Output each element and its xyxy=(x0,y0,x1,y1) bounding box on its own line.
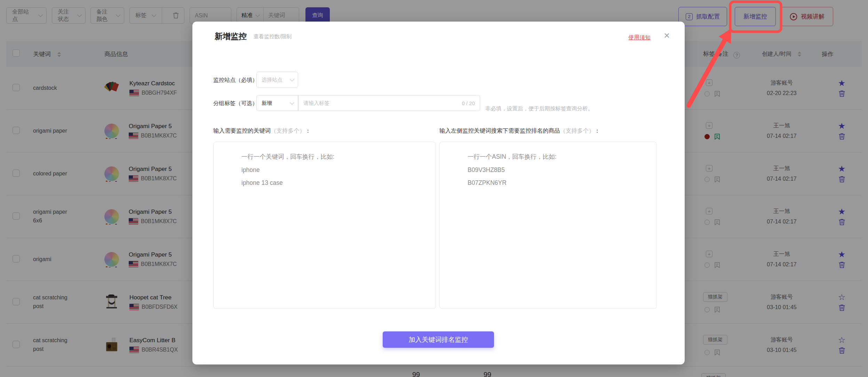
group-tag-select[interactable]: 新增 xyxy=(256,95,298,111)
asins-textarea[interactable] xyxy=(439,142,657,309)
group-field-label: 分组标签（可选）： xyxy=(213,100,263,107)
close-icon[interactable]: ✕ xyxy=(664,32,670,40)
tag-hint-text: 非必填，设置后，便于后期按标签查询分析。 xyxy=(485,105,593,112)
tag-input-placeholder: 请输入标签 xyxy=(303,100,462,107)
site-select-placeholder: 选择站点 xyxy=(262,77,282,83)
keywords-textarea[interactable] xyxy=(213,142,436,309)
modal-title: 新增监控 xyxy=(215,31,247,42)
keywords-section-label: 输入需要监控的关键词（支持多个）： xyxy=(213,127,311,135)
add-monitor-modal: 新增监控 查看监控数/限制 使用须知 ✕ 监控站点（必填）： 选择站点 分组标签… xyxy=(192,22,685,364)
tag-char-counter: 0 / 20 xyxy=(462,100,475,106)
chevron-down-icon xyxy=(290,77,294,81)
modal-subtitle-link[interactable]: 查看监控数/限制 xyxy=(254,33,292,40)
chevron-down-icon xyxy=(290,100,294,105)
keyword-monitor-page: 全部站点 关注状态 备注颜色 标签 ASIN 精准 关键词 查询 xyxy=(0,0,868,377)
submit-monitor-button[interactable]: 加入关键词排名监控 xyxy=(383,331,494,348)
group-select-value: 新增 xyxy=(262,100,272,107)
tag-name-input[interactable]: 请输入标签 0 / 20 xyxy=(298,95,480,111)
usage-notice-link[interactable]: 使用须知 xyxy=(628,34,651,41)
site-field-label: 监控站点（必填）： xyxy=(213,77,263,84)
asins-section-label: 输入左侧监控关键词搜索下需要监控排名的商品（支持多个）： xyxy=(439,127,600,135)
site-select[interactable]: 选择站点 xyxy=(256,72,298,88)
